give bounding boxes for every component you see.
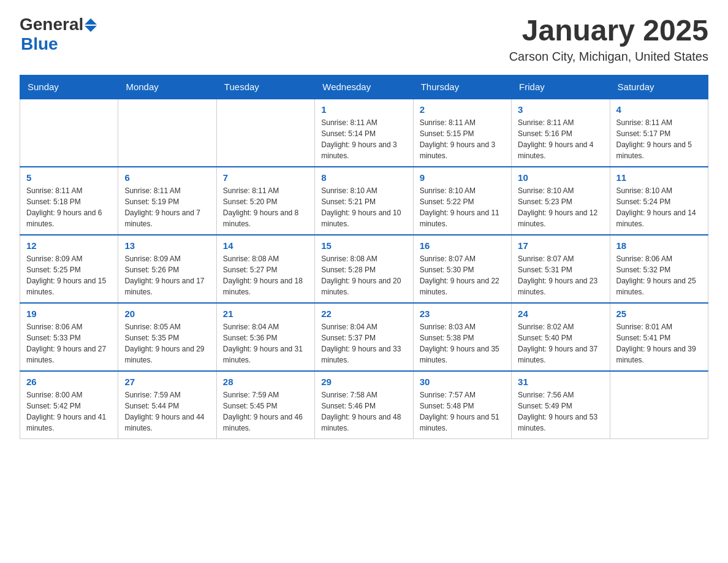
calendar-cell: 12Sunrise: 8:09 AM Sunset: 5:25 PM Dayli… [20,235,118,303]
weekday-header: Sunday [20,75,118,99]
calendar-cell: 7Sunrise: 8:11 AM Sunset: 5:20 PM Daylig… [216,167,314,235]
day-number: 15 [321,240,406,251]
weekday-header: Saturday [610,75,708,99]
day-number: 30 [420,377,505,387]
calendar-table: SundayMondayTuesdayWednesdayThursdayFrid… [20,75,708,439]
day-number: 29 [321,377,406,387]
day-info: Sunrise: 7:59 AM Sunset: 5:45 PM Dayligh… [223,389,308,434]
calendar-cell: 18Sunrise: 8:06 AM Sunset: 5:32 PM Dayli… [610,235,708,303]
day-number: 27 [124,377,210,387]
week-row: 5Sunrise: 8:11 AM Sunset: 5:18 PM Daylig… [20,167,708,235]
day-number: 6 [124,172,210,183]
day-number: 4 [616,104,702,115]
day-info: Sunrise: 8:11 AM Sunset: 5:18 PM Dayligh… [26,185,112,229]
day-number: 23 [420,308,505,319]
day-number: 2 [420,104,505,115]
calendar-header-row: SundayMondayTuesdayWednesdayThursdayFrid… [20,75,708,99]
calendar-cell: 20Sunrise: 8:05 AM Sunset: 5:35 PM Dayli… [118,303,216,371]
calendar-cell [20,99,118,167]
weekday-header: Thursday [413,75,511,99]
calendar-cell: 17Sunrise: 8:07 AM Sunset: 5:31 PM Dayli… [512,235,610,303]
day-info: Sunrise: 8:11 AM Sunset: 5:14 PM Dayligh… [321,117,406,161]
day-number: 13 [124,240,210,251]
page-subtitle: Carson City, Michigan, United States [509,50,708,64]
day-info: Sunrise: 7:57 AM Sunset: 5:48 PM Dayligh… [420,389,505,434]
calendar-cell: 13Sunrise: 8:09 AM Sunset: 5:26 PM Dayli… [118,235,216,303]
day-info: Sunrise: 8:10 AM Sunset: 5:23 PM Dayligh… [518,185,603,229]
day-number: 9 [420,172,505,183]
calendar-cell: 2Sunrise: 8:11 AM Sunset: 5:15 PM Daylig… [413,99,511,167]
day-info: Sunrise: 8:08 AM Sunset: 5:27 PM Dayligh… [223,253,308,297]
calendar-cell: 29Sunrise: 7:58 AM Sunset: 5:46 PM Dayli… [315,371,413,439]
day-number: 18 [616,240,702,251]
day-number: 17 [518,240,603,251]
calendar-cell: 26Sunrise: 8:00 AM Sunset: 5:42 PM Dayli… [20,371,118,439]
day-number: 7 [223,172,308,183]
day-info: Sunrise: 8:10 AM Sunset: 5:24 PM Dayligh… [616,185,702,229]
calendar-cell: 28Sunrise: 7:59 AM Sunset: 5:45 PM Dayli… [216,371,314,439]
day-info: Sunrise: 8:11 AM Sunset: 5:20 PM Dayligh… [223,185,308,229]
logo-text-general: General [20,15,83,34]
calendar-cell: 30Sunrise: 7:57 AM Sunset: 5:48 PM Dayli… [413,371,511,439]
day-number: 22 [321,308,406,319]
day-number: 10 [518,172,603,183]
day-number: 31 [518,377,603,387]
day-number: 21 [223,308,308,319]
day-info: Sunrise: 8:09 AM Sunset: 5:26 PM Dayligh… [124,253,210,297]
logo: General Blue [20,15,97,54]
day-number: 26 [26,377,112,387]
weekday-header: Monday [118,75,216,99]
day-number: 8 [321,172,406,183]
day-info: Sunrise: 8:11 AM Sunset: 5:19 PM Dayligh… [124,185,210,229]
calendar-cell: 14Sunrise: 8:08 AM Sunset: 5:27 PM Dayli… [216,235,314,303]
day-info: Sunrise: 8:09 AM Sunset: 5:25 PM Dayligh… [26,253,112,297]
calendar-cell: 3Sunrise: 8:11 AM Sunset: 5:16 PM Daylig… [512,99,610,167]
day-number: 1 [321,104,406,115]
calendar-cell: 19Sunrise: 8:06 AM Sunset: 5:33 PM Dayli… [20,303,118,371]
week-row: 19Sunrise: 8:06 AM Sunset: 5:33 PM Dayli… [20,303,708,371]
day-info: Sunrise: 8:00 AM Sunset: 5:42 PM Dayligh… [26,389,112,434]
day-info: Sunrise: 8:11 AM Sunset: 5:15 PM Dayligh… [420,117,505,161]
day-info: Sunrise: 8:11 AM Sunset: 5:16 PM Dayligh… [518,117,603,161]
day-number: 12 [26,240,112,251]
calendar-cell: 31Sunrise: 7:56 AM Sunset: 5:49 PM Dayli… [512,371,610,439]
page-title: January 2025 [509,15,708,47]
calendar-cell: 27Sunrise: 7:59 AM Sunset: 5:44 PM Dayli… [118,371,216,439]
title-section: January 2025 Carson City, Michigan, Unit… [509,15,708,64]
calendar-cell: 15Sunrise: 8:08 AM Sunset: 5:28 PM Dayli… [315,235,413,303]
day-info: Sunrise: 8:08 AM Sunset: 5:28 PM Dayligh… [321,253,406,297]
day-info: Sunrise: 8:03 AM Sunset: 5:38 PM Dayligh… [420,321,505,366]
calendar-cell: 6Sunrise: 8:11 AM Sunset: 5:19 PM Daylig… [118,167,216,235]
day-info: Sunrise: 8:10 AM Sunset: 5:22 PM Dayligh… [420,185,505,229]
calendar-cell [610,371,708,439]
calendar-cell: 1Sunrise: 8:11 AM Sunset: 5:14 PM Daylig… [315,99,413,167]
calendar-cell: 5Sunrise: 8:11 AM Sunset: 5:18 PM Daylig… [20,167,118,235]
day-number: 24 [518,308,603,319]
calendar-cell [118,99,216,167]
day-number: 5 [26,172,112,183]
calendar-cell: 25Sunrise: 8:01 AM Sunset: 5:41 PM Dayli… [610,303,708,371]
calendar-cell: 4Sunrise: 8:11 AM Sunset: 5:17 PM Daylig… [610,99,708,167]
day-number: 3 [518,104,603,115]
calendar-cell: 8Sunrise: 8:10 AM Sunset: 5:21 PM Daylig… [315,167,413,235]
day-number: 19 [26,308,112,319]
week-row: 12Sunrise: 8:09 AM Sunset: 5:25 PM Dayli… [20,235,708,303]
day-number: 25 [616,308,702,319]
calendar-cell: 9Sunrise: 8:10 AM Sunset: 5:22 PM Daylig… [413,167,511,235]
day-info: Sunrise: 7:58 AM Sunset: 5:46 PM Dayligh… [321,389,406,434]
day-info: Sunrise: 8:06 AM Sunset: 5:33 PM Dayligh… [26,321,112,366]
day-info: Sunrise: 8:06 AM Sunset: 5:32 PM Dayligh… [616,253,702,297]
calendar-cell: 11Sunrise: 8:10 AM Sunset: 5:24 PM Dayli… [610,167,708,235]
weekday-header: Tuesday [216,75,314,99]
day-number: 20 [124,308,210,319]
day-number: 14 [223,240,308,251]
calendar-cell: 16Sunrise: 8:07 AM Sunset: 5:30 PM Dayli… [413,235,511,303]
day-number: 16 [420,240,505,251]
weekday-header: Friday [512,75,610,99]
week-row: 1Sunrise: 8:11 AM Sunset: 5:14 PM Daylig… [20,99,708,167]
day-info: Sunrise: 8:10 AM Sunset: 5:21 PM Dayligh… [321,185,406,229]
day-info: Sunrise: 8:02 AM Sunset: 5:40 PM Dayligh… [518,321,603,366]
calendar-cell: 24Sunrise: 8:02 AM Sunset: 5:40 PM Dayli… [512,303,610,371]
day-info: Sunrise: 7:56 AM Sunset: 5:49 PM Dayligh… [518,389,603,434]
day-number: 28 [223,377,308,387]
